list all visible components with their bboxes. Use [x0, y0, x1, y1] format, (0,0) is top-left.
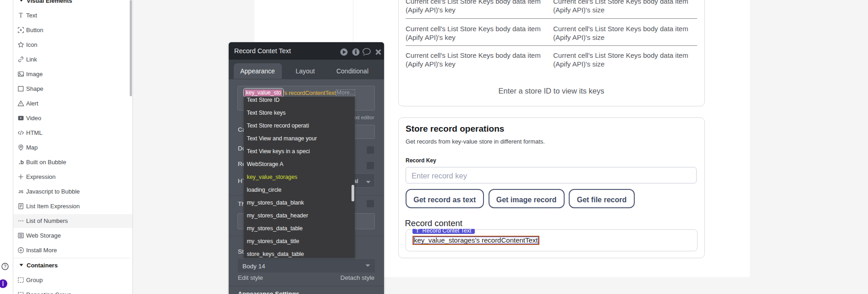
- svg-text:JS: JS: [18, 189, 23, 194]
- svg-text:.b: .b: [19, 159, 24, 165]
- svg-text:T: T: [19, 12, 23, 19]
